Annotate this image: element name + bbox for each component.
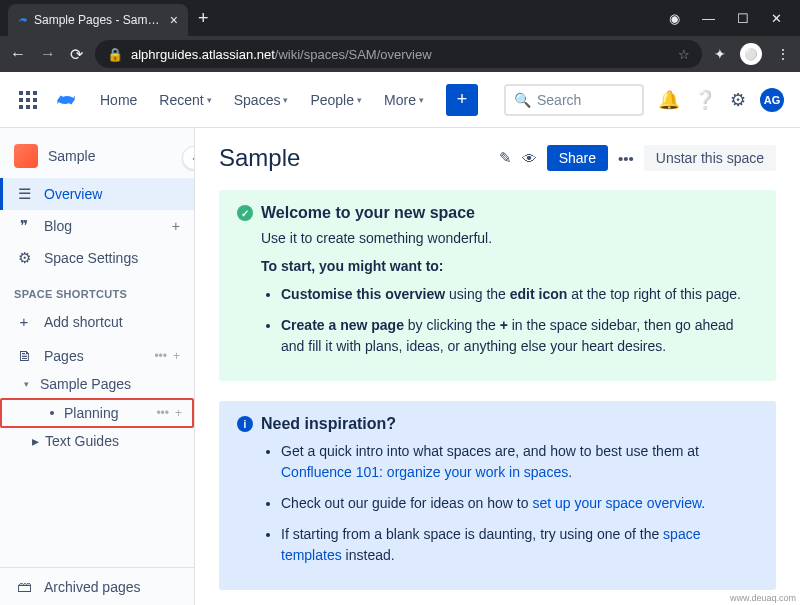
notifications-icon[interactable]: 🔔 [658, 89, 680, 111]
blog-icon: ❞ [14, 217, 34, 235]
add-shortcut-button[interactable]: + Add shortcut [0, 306, 194, 337]
main-content: Sample ✎ 👁 Share ••• Unstar this space ✓… [195, 128, 800, 605]
create-button[interactable]: + [446, 84, 478, 116]
link-space-overview[interactable]: set up your space overview [532, 495, 701, 511]
confluence-logo-icon[interactable] [54, 88, 78, 112]
inspiration-bullet-3: If starting from a blank space is daunti… [281, 524, 758, 566]
watermark: www.deuaq.com [730, 593, 796, 603]
pages-header[interactable]: 🗎 Pages •••+ [0, 337, 194, 370]
more-actions-icon[interactable]: ••• [618, 150, 634, 167]
tab-title: Sample Pages - Sample - Conflue [34, 13, 164, 27]
svg-rect-8 [33, 105, 37, 109]
plus-icon: + [14, 313, 34, 330]
app-switcher-icon[interactable] [16, 88, 40, 112]
add-child-page-icon[interactable]: + [175, 406, 182, 420]
tree-planning[interactable]: Planning •••+ [0, 398, 194, 428]
chevron-down-icon[interactable]: ▾ [24, 379, 34, 389]
user-avatar[interactable]: AG [760, 88, 784, 112]
url-path: /wiki/spaces/SAM/overview [275, 47, 432, 62]
archive-icon: 🗃 [14, 578, 34, 595]
link-confluence-101[interactable]: Confluence 101: organize your work in sp… [281, 464, 568, 480]
settings-icon[interactable]: ⚙ [730, 89, 746, 111]
help-icon[interactable]: ❔ [694, 89, 716, 111]
space-icon [14, 144, 38, 168]
welcome-subtitle: Use it to create something wonderful. [261, 230, 758, 246]
app-header: Home Recent▾ Spaces▾ People▾ More▾ + 🔍 S… [0, 72, 800, 128]
forward-icon: → [40, 45, 56, 63]
pages-more-icon[interactable]: ••• [154, 349, 167, 363]
back-icon[interactable]: ← [10, 45, 26, 63]
profile-avatar[interactable]: ⚪ [740, 43, 762, 65]
tree-text-guides[interactable]: ▸ Text Guides [0, 428, 194, 454]
bullet-icon [50, 411, 54, 415]
close-window-icon[interactable]: ✕ [771, 11, 782, 26]
browser-tab[interactable]: Sample Pages - Sample - Conflue × [8, 4, 188, 36]
lock-icon: 🔒 [107, 47, 123, 62]
url-host: alphrguides.atlassian.net [131, 47, 275, 62]
welcome-bullet-1: Customise this overview using the edit i… [281, 284, 758, 305]
menu-people[interactable]: People▾ [302, 88, 370, 112]
confluence-favicon-icon [18, 13, 28, 27]
menu-spaces[interactable]: Spaces▾ [226, 88, 297, 112]
browser-menu-icon[interactable]: ⋮ [776, 46, 790, 62]
close-tab-icon[interactable]: × [170, 12, 178, 28]
welcome-title: Welcome to your new space [261, 204, 475, 222]
nav-blog[interactable]: ❞ Blog + [0, 210, 194, 242]
shortcuts-label: SPACE SHORTCUTS [0, 274, 194, 306]
add-blog-icon[interactable]: + [172, 218, 180, 234]
space-name: Sample [48, 148, 95, 164]
check-icon: ✓ [237, 205, 253, 221]
svg-rect-0 [19, 91, 23, 95]
svg-rect-3 [19, 98, 23, 102]
browser-tab-bar: Sample Pages - Sample - Conflue × + ◉ — … [0, 0, 800, 36]
welcome-start: To start, you might want to: [261, 258, 758, 274]
svg-rect-4 [26, 98, 30, 102]
extensions-icon[interactable]: ✦ [714, 46, 726, 62]
inspiration-title: Need inspiration? [261, 415, 396, 433]
search-icon: 🔍 [514, 92, 531, 108]
svg-rect-2 [33, 91, 37, 95]
add-page-icon[interactable]: + [173, 349, 180, 363]
pages-icon: 🗎 [14, 347, 34, 364]
window-controls: ◉ — ☐ ✕ [669, 11, 792, 26]
share-button[interactable]: Share [547, 145, 608, 171]
nav-space-settings[interactable]: ⚙ Space Settings [0, 242, 194, 274]
info-icon: i [237, 416, 253, 432]
menu-recent[interactable]: Recent▾ [151, 88, 219, 112]
new-tab-button[interactable]: + [198, 8, 209, 29]
space-header[interactable]: Sample [0, 138, 194, 178]
archived-pages[interactable]: 🗃 Archived pages [0, 567, 194, 605]
address-bar: ← → ⟳ 🔒 alphrguides.atlassian.net/wiki/s… [0, 36, 800, 72]
nav-overview[interactable]: ☰ Overview [0, 178, 194, 210]
watch-icon[interactable]: 👁 [522, 150, 537, 167]
page-more-icon[interactable]: ••• [156, 406, 169, 420]
record-icon[interactable]: ◉ [669, 11, 680, 26]
welcome-panel: ✓ Welcome to your new space Use it to cr… [219, 190, 776, 381]
inspiration-bullet-1: Get a quick intro into what spaces are, … [281, 441, 758, 483]
search-input[interactable]: 🔍 Search [504, 84, 644, 116]
welcome-bullet-2: Create a new page by clicking the + in t… [281, 315, 758, 357]
overview-icon: ☰ [14, 185, 34, 203]
minimize-icon[interactable]: — [702, 11, 715, 26]
tree-sample-pages[interactable]: ▾ Sample Pages [0, 370, 194, 398]
svg-rect-1 [26, 91, 30, 95]
menu-more[interactable]: More▾ [376, 88, 432, 112]
star-icon[interactable]: ☆ [678, 47, 690, 62]
gear-icon: ⚙ [14, 249, 34, 267]
menu-home[interactable]: Home [92, 88, 145, 112]
svg-rect-7 [26, 105, 30, 109]
chevron-right-icon[interactable]: ▸ [32, 433, 39, 449]
unstar-button[interactable]: Unstar this space [644, 145, 776, 171]
url-input[interactable]: 🔒 alphrguides.atlassian.net/wiki/spaces/… [95, 40, 702, 68]
reload-icon[interactable]: ⟳ [70, 45, 83, 64]
inspiration-panel: i Need inspiration? Get a quick intro in… [219, 401, 776, 590]
maximize-icon[interactable]: ☐ [737, 11, 749, 26]
svg-rect-6 [19, 105, 23, 109]
sidebar: ‹ Sample ☰ Overview ❞ Blog + ⚙ Space Set… [0, 128, 195, 605]
edit-icon[interactable]: ✎ [499, 149, 512, 167]
page-title: Sample [219, 144, 489, 172]
inspiration-bullet-2: Check out our guide for ideas on how to … [281, 493, 758, 514]
svg-rect-5 [33, 98, 37, 102]
